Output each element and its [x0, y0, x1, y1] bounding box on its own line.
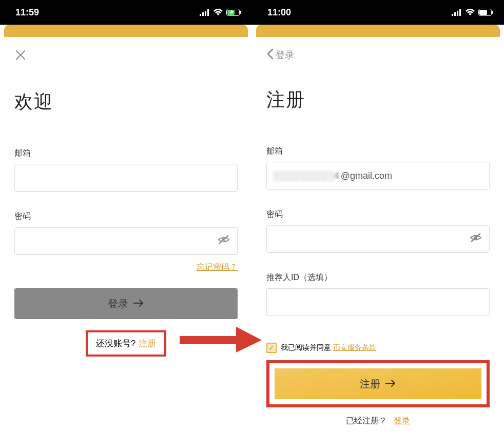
- svg-rect-16: [479, 10, 487, 15]
- back-button[interactable]: 登录: [266, 48, 490, 62]
- cellular-signal-icon: [452, 9, 462, 16]
- forgot-password-link[interactable]: 忘记密码？: [14, 262, 238, 273]
- battery-charging-icon: [226, 9, 242, 16]
- svg-rect-12: [454, 12, 456, 16]
- status-time: 11:59: [15, 7, 39, 18]
- status-bar: 11:00: [252, 0, 504, 25]
- login-button[interactable]: 登录: [14, 288, 238, 319]
- login-sheet: 欢迎 邮箱 密码 忘记密码？ 登录 还没账号? 注册: [0, 37, 252, 448]
- check-icon: ✓: [268, 344, 275, 352]
- login-link[interactable]: 登录: [394, 416, 410, 425]
- password-field[interactable]: [266, 225, 490, 253]
- password-field[interactable]: [14, 227, 238, 255]
- cellular-signal-icon: [200, 9, 210, 16]
- svg-rect-13: [457, 11, 458, 16]
- page-title: 注册: [266, 87, 490, 113]
- svg-rect-0: [200, 14, 201, 16]
- status-indicators: [452, 9, 494, 16]
- back-label: 登录: [276, 49, 294, 61]
- status-time: 11:00: [267, 7, 291, 18]
- terms-row: ✓ 我已阅读并同意 币安服务条款: [266, 343, 490, 353]
- referral-label: 推荐人ID（选填）: [266, 272, 490, 283]
- register-button-label: 注册: [360, 377, 380, 391]
- highlight-box: 注册: [266, 360, 490, 407]
- highlight-box: 还没账号? 注册: [86, 330, 166, 357]
- terms-text: 我已阅读并同意: [281, 343, 331, 352]
- svg-rect-14: [459, 9, 461, 16]
- register-button[interactable]: 注册: [275, 368, 481, 399]
- svg-rect-17: [492, 11, 493, 14]
- wifi-icon: [213, 9, 223, 16]
- email-value-suffix: @gmail.com: [341, 171, 392, 181]
- page-title: 欢迎: [14, 89, 238, 115]
- chevron-left-icon: [266, 48, 274, 62]
- svg-line-8: [219, 236, 228, 244]
- already-registered-text: 已经注册？: [346, 416, 387, 425]
- svg-line-19: [471, 234, 480, 242]
- arrow-right-icon: [133, 298, 145, 310]
- svg-rect-2: [205, 11, 206, 16]
- battery-icon: [478, 9, 494, 16]
- email-label: 邮箱: [14, 148, 238, 159]
- wifi-icon: [465, 9, 475, 16]
- login-button-label: 登录: [108, 297, 128, 311]
- svg-rect-6: [240, 11, 241, 14]
- email-field[interactable]: [14, 164, 238, 192]
- referral-field[interactable]: [266, 288, 490, 316]
- email-label: 邮箱: [266, 146, 490, 157]
- status-bar: 11:59: [0, 0, 252, 25]
- signup-link[interactable]: 注册: [139, 338, 156, 349]
- password-label: 密码: [14, 211, 238, 222]
- arrow-right-icon: [385, 378, 397, 390]
- register-screen: 11:00 登录 注册 邮箱 ░░░░░░░░░4@gmail.com 密码: [252, 0, 504, 448]
- terms-checkbox[interactable]: ✓: [266, 343, 277, 353]
- close-icon[interactable]: [14, 48, 238, 64]
- terms-link[interactable]: 币安服务条款: [333, 343, 376, 352]
- eye-off-icon[interactable]: [470, 232, 482, 247]
- email-field[interactable]: ░░░░░░░░░4@gmail.com: [266, 162, 490, 190]
- eye-off-icon[interactable]: [218, 234, 230, 249]
- svg-rect-1: [202, 12, 204, 16]
- email-value-redacted: ░░░░░░░░░4: [273, 171, 340, 181]
- svg-rect-3: [207, 9, 209, 16]
- register-sheet: 登录 注册 邮箱 ░░░░░░░░░4@gmail.com 密码 推荐人ID（选…: [252, 37, 504, 448]
- password-label: 密码: [266, 209, 490, 220]
- signup-prompt: 还没账号? 注册: [14, 330, 238, 357]
- no-account-text: 还没账号?: [96, 338, 135, 349]
- status-indicators: [200, 9, 242, 16]
- login-screen: 11:59 欢迎 邮箱 密码 忘记密码？ 登录: [0, 0, 252, 448]
- svg-rect-11: [452, 14, 453, 16]
- login-prompt: 已经注册？ 登录: [266, 416, 490, 426]
